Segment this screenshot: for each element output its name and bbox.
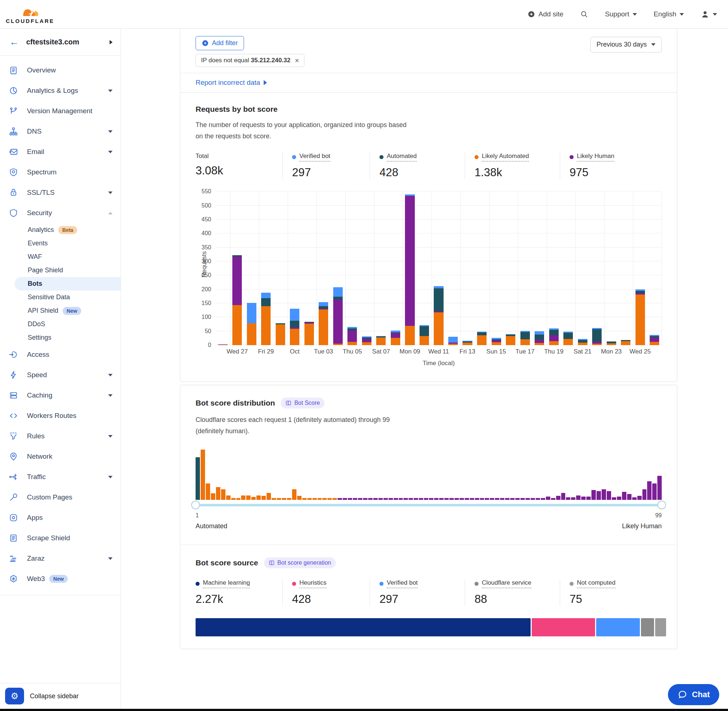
chart-bar[interactable] <box>434 286 443 345</box>
histogram-bar[interactable] <box>455 498 459 500</box>
sidebar-item-waf[interactable]: WAF <box>0 250 121 264</box>
histogram-bar[interactable] <box>196 457 200 500</box>
slider-handle-min[interactable] <box>191 501 200 509</box>
histogram-bar[interactable] <box>581 497 586 500</box>
sidebar-item-rules[interactable]: Rules <box>0 426 121 446</box>
histogram-bar[interactable] <box>526 498 530 500</box>
histogram-bar[interactable] <box>449 498 454 500</box>
sidebar-item-ssl-tls[interactable]: SSL/TLS <box>0 182 121 203</box>
chart-bar[interactable] <box>347 327 357 345</box>
histogram-bar[interactable] <box>373 498 378 500</box>
histogram-bar[interactable] <box>657 476 662 500</box>
chart-bar[interactable] <box>247 303 256 345</box>
histogram-bar[interactable] <box>277 498 281 500</box>
report-incorrect-data-link[interactable]: Report incorrect data <box>196 79 267 87</box>
sidebar-item-network[interactable]: Network <box>0 446 121 467</box>
chart-bar[interactable] <box>419 325 429 345</box>
chart-bar[interactable] <box>290 309 299 345</box>
histogram-bar[interactable] <box>571 497 575 500</box>
histogram-bar[interactable] <box>409 498 413 500</box>
sidebar-item-email[interactable]: Email <box>0 142 121 162</box>
slider-handle-max[interactable] <box>657 501 666 509</box>
histogram-bar[interactable] <box>627 494 632 500</box>
histogram-bar[interactable] <box>622 492 626 500</box>
sidebar-item-access[interactable]: Access <box>0 344 121 365</box>
histogram-bar[interactable] <box>261 496 266 500</box>
histogram-bar[interactable] <box>591 490 596 500</box>
close-icon[interactable]: × <box>295 57 299 64</box>
sidebar-item-analytics[interactable]: AnalyticsBeta <box>0 223 121 237</box>
histogram-bar[interactable] <box>485 498 489 500</box>
histogram-bar[interactable] <box>551 498 555 500</box>
histogram-bar[interactable] <box>465 498 469 500</box>
collapse-sidebar-label[interactable]: Collapse sidebar <box>30 692 79 700</box>
histogram-bar[interactable] <box>586 497 591 500</box>
sidebar-item-version-management[interactable]: Version Management <box>0 101 121 121</box>
histogram-bar[interactable] <box>617 497 621 500</box>
histogram-bar[interactable] <box>414 498 418 500</box>
histogram-bar[interactable] <box>211 493 215 500</box>
histogram-bar[interactable] <box>459 498 464 500</box>
histogram-bar[interactable] <box>546 497 550 500</box>
sidebar-item-analytics-logs[interactable]: Analytics & Logs <box>0 80 121 101</box>
chevron-right-icon[interactable] <box>109 40 112 44</box>
back-arrow-icon[interactable]: ← <box>9 36 19 48</box>
histogram-bar[interactable] <box>566 497 570 500</box>
histogram-bar[interactable] <box>328 498 332 500</box>
sidebar-item-dns[interactable]: DNS <box>0 121 121 142</box>
histogram-bar[interactable] <box>597 491 601 500</box>
histogram-bar[interactable] <box>500 498 504 500</box>
histogram-bar[interactable] <box>267 493 271 500</box>
chart-bar[interactable] <box>535 331 544 345</box>
sidebar-item-page-shield[interactable]: Page Shield <box>0 264 121 277</box>
histogram-bar[interactable] <box>348 498 352 500</box>
sidebar-item-web3[interactable]: Web3New <box>0 569 121 589</box>
sidebar-item-overview[interactable]: Overview <box>0 60 121 80</box>
source-segment-cloudflare-service[interactable] <box>641 618 654 636</box>
histogram-bar[interactable] <box>302 498 307 500</box>
histogram-bar[interactable] <box>602 489 606 500</box>
histogram-bar[interactable] <box>612 497 616 500</box>
histogram-bar[interactable] <box>256 496 261 500</box>
histogram-bar[interactable] <box>434 498 439 500</box>
sidebar-item-apps[interactable]: Apps <box>0 507 121 528</box>
source-segment-not-computed[interactable] <box>655 618 666 636</box>
chart-bar[interactable] <box>549 328 559 345</box>
chart-bar[interactable] <box>391 330 400 345</box>
histogram-bar[interactable] <box>287 498 291 500</box>
histogram-bar[interactable] <box>556 496 561 500</box>
account-menu[interactable] <box>701 10 717 19</box>
histogram-bar[interactable] <box>363 498 368 500</box>
chart-bar[interactable] <box>405 195 415 345</box>
histogram-bar[interactable] <box>429 498 433 500</box>
chart-bar[interactable] <box>276 323 285 345</box>
chart-bar[interactable] <box>520 331 530 345</box>
histogram-bar[interactable] <box>652 484 657 500</box>
sidebar-item-workers-routes[interactable]: Workers Routes <box>0 406 121 426</box>
histogram-bar[interactable] <box>272 498 276 500</box>
histogram-bar[interactable] <box>241 496 245 500</box>
sidebar-item-spectrum[interactable]: Spectrum <box>0 162 121 182</box>
sidebar-item-sensitive-data[interactable]: Sensitive Data <box>0 291 121 304</box>
language-menu[interactable]: English <box>654 10 684 18</box>
histogram-bar[interactable] <box>536 498 540 500</box>
chart-bar[interactable] <box>319 302 328 345</box>
histogram-bar[interactable] <box>444 498 449 500</box>
histogram-bar[interactable] <box>475 498 479 500</box>
histogram-bar[interactable] <box>313 498 317 500</box>
chart-bar[interactable] <box>607 341 616 345</box>
sidebar-item-traffic[interactable]: Traffic <box>0 467 121 487</box>
bot-score-generation-badge[interactable]: Bot score generation <box>264 558 336 568</box>
histogram-bar[interactable] <box>317 498 322 500</box>
chart-bar[interactable] <box>650 335 659 345</box>
histogram-bar[interactable] <box>531 498 535 500</box>
chart-bar[interactable] <box>462 341 472 345</box>
sidebar-item-custom-pages[interactable]: Custom Pages <box>0 487 121 507</box>
histogram-bar[interactable] <box>322 498 327 500</box>
histogram-bar[interactable] <box>632 497 636 500</box>
chart-bar[interactable] <box>492 338 501 345</box>
sidebar-item-security[interactable]: Security <box>0 203 121 223</box>
chart-bar[interactable] <box>506 334 515 345</box>
histogram-bar[interactable] <box>332 498 337 500</box>
histogram-bar[interactable] <box>541 498 545 500</box>
